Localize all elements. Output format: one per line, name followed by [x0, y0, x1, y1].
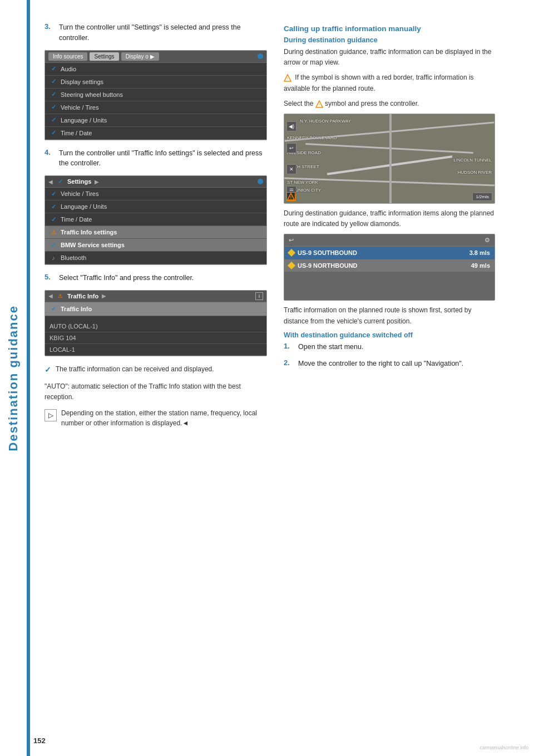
watermark: carmanualsonline.info: [479, 745, 528, 750]
s2-label-vehicle: Vehicle / Tires: [61, 190, 98, 197]
svg-text:!: !: [287, 77, 288, 81]
step-2-2-num: 2.: [284, 359, 294, 369]
spacer: [45, 316, 266, 321]
step-2-1-text: Open the start menu.: [298, 342, 363, 352]
nav-left-traffic: ◀: [48, 293, 53, 299]
table-row-1[interactable]: US-9 SOUTHBOUND 3.8 mls: [284, 247, 495, 259]
row-language[interactable]: ✓ Language / Units: [45, 114, 266, 127]
label-language: Language / Units: [61, 117, 107, 124]
step-3: 3. Turn the controller until "Settings" …: [44, 22, 267, 43]
check-icon-traffic-row: ✓: [50, 305, 57, 313]
s2-label-traffic-info: Traffic Info settings: [61, 229, 117, 235]
check-icon-s2: ✓: [56, 178, 64, 185]
row-1-label: US-9 SOUTHBOUND: [298, 249, 469, 256]
map-btn-1[interactable]: ◀): [286, 121, 296, 131]
row-vehicle-tires[interactable]: ✓ Vehicle / Tires: [45, 101, 266, 114]
s2-row-time[interactable]: ✓ Time / Date: [45, 213, 266, 226]
s2-row-traffic-info[interactable]: ⚠ Traffic Info settings: [45, 226, 266, 239]
right-column: Calling up traffic information manually …: [284, 22, 495, 434]
map-box: N.Y. HUDSON PARKWAY KENNEDY BOULEVARD HI…: [284, 114, 495, 204]
settings-title: Settings: [67, 178, 91, 185]
section-title: Calling up traffic information manually: [284, 24, 495, 33]
warning-triangle-icon: !: [284, 74, 291, 82]
check-icon-s2-t: ✓: [50, 215, 57, 223]
para-after-table: Traffic information on the planned route…: [284, 305, 495, 326]
info-btn[interactable]: i: [255, 292, 263, 300]
screen-2-header: ◀ ✓ Settings ▶: [45, 176, 266, 188]
check-icon-s2-v: ✓: [50, 190, 57, 198]
tab-info-sources[interactable]: Info sources: [48, 52, 87, 61]
back-icon-table[interactable]: ↩: [289, 237, 294, 244]
step-3-number: 3.: [44, 22, 55, 43]
para-after-map: During destination guidance, traffic inf…: [284, 208, 495, 229]
para-during-2: ! If the symbol is shown with a red bord…: [284, 72, 495, 94]
note-2-text: "AUTO": automatic selection of the Traff…: [44, 381, 267, 402]
row-2-label: US-9 NORTHBOUND: [298, 262, 471, 269]
s2-row-bmw[interactable]: ✓ BMW Service settings: [45, 239, 266, 252]
map-warning-triangle: !: [286, 192, 295, 201]
map-btn-3[interactable]: ✕: [286, 164, 296, 174]
check-icon-s2-bmw: ✓: [50, 241, 57, 249]
s2-row-bluetooth[interactable]: ♪ Bluetooth: [45, 252, 266, 264]
row-display-settings[interactable]: ✓ Display settings: [45, 76, 266, 89]
step-5-text: Select "Traffic Info" and press the cont…: [59, 273, 194, 283]
screen-2-dot: [258, 179, 263, 184]
traffic-title: Traffic Info: [67, 293, 98, 300]
checkmark-note1: ✓: [44, 364, 51, 376]
note-1-text: The traffic information can be received …: [56, 364, 214, 374]
svg-text:!: !: [319, 103, 320, 107]
note-3-text: Depending on the station, either the sta…: [61, 408, 267, 428]
screen-1-header: Info sources Settings Display o ▶: [45, 51, 266, 63]
screen-2: ◀ ✓ Settings ▶ ✓ Vehicle / Tires ✓ Langu…: [44, 175, 267, 265]
check-icon-display: ✓: [50, 78, 57, 86]
s2-row-language[interactable]: ✓ Language / Units: [45, 200, 266, 213]
screen-1-dot: [258, 53, 263, 59]
check-icon-audio: ✓: [50, 65, 57, 73]
row-time-date[interactable]: ✓ Time / Date: [45, 127, 266, 140]
diamond-icon-2: [288, 262, 295, 269]
check-icon-steering: ✓: [50, 91, 57, 99]
step-2-2: 2. Move the controller to the right to c…: [284, 359, 495, 369]
para-during-1: During destination guidance, traffic inf…: [284, 47, 495, 68]
map-label-8: UNION CITY: [295, 188, 321, 193]
s2-label-language: Language / Units: [61, 203, 107, 210]
left-column: 3. Turn the controller until "Settings" …: [44, 22, 267, 434]
nav-arrow-right: ▶: [95, 179, 99, 185]
nav-right-traffic: ▶: [102, 293, 106, 299]
label-steering: Steering wheel buttons: [61, 91, 123, 98]
traffic-row-label: Traffic Info: [61, 306, 92, 312]
check-icon-s2-l: ✓: [50, 203, 57, 210]
traffic-item-auto[interactable]: AUTO (LOCAL-1): [45, 321, 266, 332]
step-4: 4. Turn the controller until "Traffic In…: [44, 148, 267, 169]
settings-icon-table[interactable]: ⚙: [484, 237, 490, 244]
label-audio: Audio: [61, 66, 76, 72]
traffic-item-local1[interactable]: LOCAL-1: [45, 344, 266, 356]
page-number: 152: [33, 737, 46, 745]
triangle-note3: ▷: [44, 409, 57, 421]
traffic-row-selected[interactable]: ✓ Traffic Info: [45, 302, 266, 316]
row-steering[interactable]: ✓ Steering wheel buttons: [45, 89, 266, 101]
warn-icon-traffic: ⚠: [50, 228, 57, 236]
s2-label-bmw: BMW Service settings: [61, 242, 125, 248]
traffic-table-header: ↩ ⚙: [284, 234, 495, 247]
tab-settings[interactable]: Settings: [90, 52, 118, 61]
label-display-settings: Display settings: [61, 78, 103, 85]
tab-display[interactable]: Display o ▶: [121, 52, 159, 61]
para-during-2-text: If the symbol is shown with a red border…: [284, 73, 474, 92]
row-1-value: 3.8 mls: [469, 249, 490, 256]
step-2-1: 1. Open the start menu.: [284, 342, 495, 352]
row-audio[interactable]: ✓ Audio: [45, 63, 266, 76]
diamond-icon-1: [288, 249, 295, 257]
label-time-date: Time / Date: [61, 130, 92, 136]
table-row-2[interactable]: US-9 NORTHBOUND 49 mls: [284, 259, 495, 272]
nav-arrow-left: ◀: [48, 179, 53, 185]
step-3-text: Turn the controller until "Settings" is …: [59, 22, 267, 43]
bluetooth-icon: ♪: [50, 254, 57, 262]
map-label-6: HUDSON RIVER: [458, 170, 492, 175]
traffic-item-kbig[interactable]: KBIG 104: [45, 332, 266, 344]
s2-row-vehicle[interactable]: ✓ Vehicle / Tires: [45, 188, 266, 200]
step-4-number: 4.: [44, 148, 55, 169]
map-btn-2[interactable]: ↩: [286, 143, 296, 153]
side-label: Destination guidance: [0, 0, 27, 756]
blue-bar: [27, 0, 30, 756]
